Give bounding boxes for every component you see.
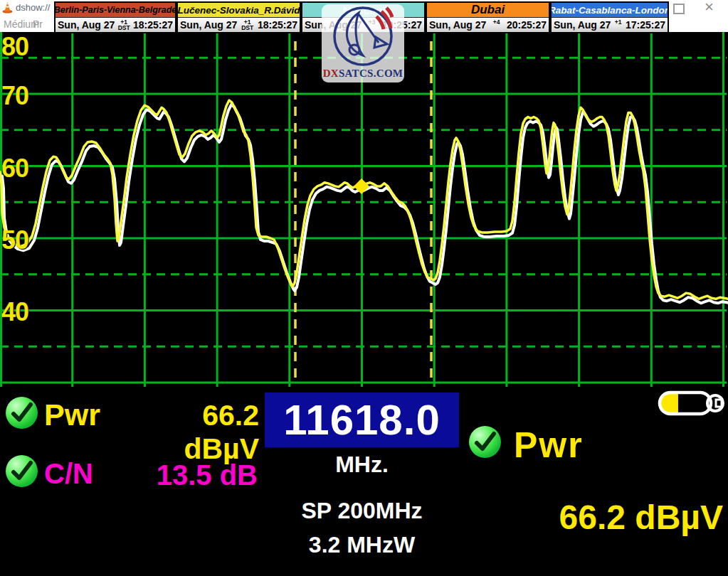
vlc-cone-icon — [2, 1, 13, 14]
frequency-value: 11618.0 — [283, 395, 441, 444]
y-tick-label: 80 — [1, 32, 51, 62]
big-pwr-check-icon[interactable] — [469, 426, 501, 458]
cn-label: C/N — [44, 458, 93, 490]
clock-utc-offset: +1DST — [239, 19, 255, 31]
spectrum-analyzer-window: 8070605040 dshow:// Médium Pr × Berlin-P… — [0, 0, 728, 576]
big-pwr-label: Pwr — [514, 425, 584, 466]
clock-city-label: Dubai — [427, 3, 549, 17]
clock-time: 18:25:27 — [133, 19, 173, 31]
clock-time-row: Sun, Aug 27+420:25:27 — [427, 17, 549, 32]
bandwidth-setting: 3.2 MHzW — [265, 532, 459, 558]
clock-lu-enec-slovakia-r-d-vid: Lučenec-Slovakia_R.DávidSun, Aug 27+1DST… — [176, 1, 301, 33]
clock-date: Sun, Aug 27 — [58, 19, 115, 31]
clock-city-label: Berlin-Paris-Vienna-Belgrade — [56, 3, 175, 17]
clock-utc-offset: +1DST — [117, 19, 131, 31]
pwr-check-icon[interactable] — [6, 397, 38, 429]
y-tick-label: 40 — [1, 297, 51, 327]
clock-berlin-paris-vienna-belgrade: Berlin-Paris-Vienna-BelgradeSun, Aug 27+… — [54, 1, 176, 33]
clock-date: Sun, Aug 27 — [429, 19, 486, 31]
maximize-button[interactable] — [673, 4, 685, 14]
clock-dubai: DubaiSun, Aug 27+420:25:27 — [426, 1, 550, 33]
clock-time-row: Sun, Aug 27+1DST18:25:27 — [178, 17, 300, 32]
clock-city-label: Rabat-Casablanca-London — [552, 3, 668, 17]
span-setting: SP 200MHz — [265, 498, 459, 524]
big-pwr-value: 66.2 dBµV — [495, 498, 723, 537]
pwr-label: Pwr — [44, 398, 100, 432]
y-tick-label: 70 — [1, 81, 51, 111]
clock-time: 20:25:27 — [507, 19, 547, 31]
logo-text-dx: DX — [323, 68, 339, 79]
battery-icon — [657, 390, 726, 417]
cn-check-icon[interactable] — [6, 455, 38, 487]
clock-city-label: Lučenec-Slovakia_R.Dávid — [178, 3, 300, 17]
y-tick-label: 50 — [1, 225, 51, 255]
y-tick-label: 60 — [1, 154, 51, 183]
close-button[interactable]: × — [705, 0, 714, 15]
frequency-unit: MHz. — [265, 452, 459, 478]
frequency-box[interactable]: 11618.0 — [265, 393, 459, 447]
pwr-value: 66.2 dBµV — [124, 399, 259, 466]
window-title: dshow:// — [16, 2, 50, 13]
satellite-dish-icon — [322, 4, 404, 68]
logo-text-rest: SATCS.COM — [339, 68, 403, 79]
clock-date: Sun, Aug 27 — [180, 19, 237, 31]
clock-date: Sun, Aug 27 — [554, 19, 611, 31]
clock-time: 17:25:27 — [626, 19, 665, 31]
clock-utc-offset: +4 — [488, 19, 505, 31]
clock-rabat-casablanca-london: Rabat-Casablanca-LondonSun, Aug 27+117:2… — [550, 1, 669, 33]
clock-time-row: Sun, Aug 27+117:25:27 — [552, 17, 668, 32]
logo-text: DXSATCS.COM — [322, 68, 404, 80]
measurement-panel: Pwr 66.2 dBµV C/N 13.5 dB 11618.0 MHz. P… — [0, 388, 728, 576]
menu-item-playback[interactable]: Pr — [33, 18, 43, 30]
cn-value: 13.5 dB — [135, 459, 258, 491]
clock-utc-offset: +1 — [613, 19, 623, 31]
dxsatcs-logo: DXSATCS.COM — [322, 4, 404, 82]
clock-time-row: Sun, Aug 27+1DST18:25:27 — [56, 17, 175, 32]
clock-time: 18:25:27 — [258, 19, 297, 31]
